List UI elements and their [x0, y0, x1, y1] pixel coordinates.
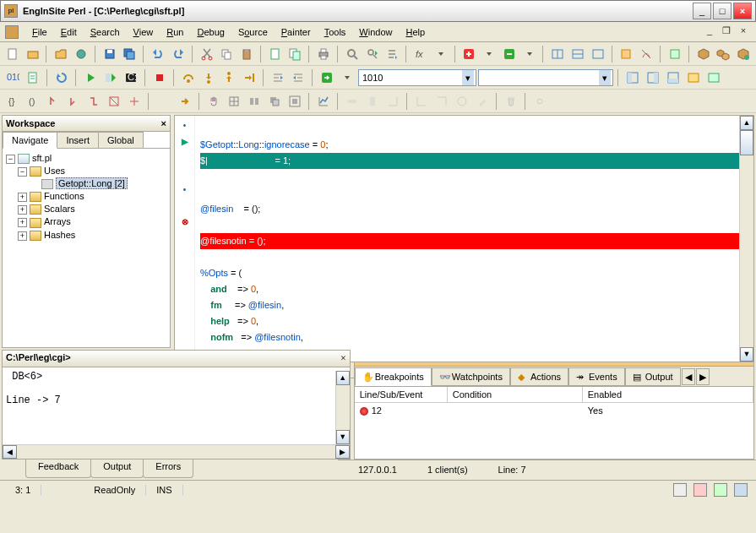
fx-icon[interactable]: fx: [411, 45, 430, 63]
add-dropdown-icon[interactable]: [480, 45, 498, 63]
right-arrow-icon[interactable]: [176, 92, 194, 111]
layout-b-icon[interactable]: [644, 68, 662, 87]
unsplit-icon[interactable]: [589, 45, 607, 63]
brush-icon[interactable]: [473, 92, 492, 111]
add-box-icon[interactable]: [460, 45, 479, 63]
console-hscroll[interactable]: ◀ ▶: [3, 444, 350, 459]
code-area[interactable]: $Getopt::Long::ignorecase = 0; $| = 1; @…: [195, 116, 739, 362]
brace-icon[interactable]: {}: [3, 92, 22, 111]
status-icon-2[interactable]: [693, 483, 707, 497]
refresh-icon[interactable]: [52, 68, 71, 87]
shape4-icon[interactable]: [412, 92, 431, 111]
remove-dropdown-icon[interactable]: [520, 45, 539, 63]
tool-c3-icon[interactable]: [666, 45, 684, 63]
indent-right-icon[interactable]: [289, 68, 307, 87]
new-folder-icon[interactable]: [24, 45, 42, 63]
align-tool-icon[interactable]: [245, 92, 264, 111]
step1-icon[interactable]: [44, 92, 63, 111]
tab-errors[interactable]: Errors: [143, 460, 193, 478]
step-into-icon[interactable]: [199, 68, 218, 87]
tree-expand-icon[interactable]: +: [18, 218, 27, 227]
status-icon-1[interactable]: [673, 483, 687, 497]
layout-c-icon[interactable]: [664, 68, 683, 87]
status-icon-3[interactable]: [714, 483, 727, 497]
goto-dropdown-icon[interactable]: [338, 68, 356, 87]
toolbar-btn-b[interactable]: [286, 45, 305, 63]
fx-dropdown-icon[interactable]: [432, 45, 450, 63]
step-over-icon[interactable]: [179, 68, 198, 87]
scroll-thumb[interactable]: [740, 130, 753, 155]
console-close-icon[interactable]: ×: [340, 352, 346, 365]
tree-expand-icon[interactable]: +: [18, 193, 27, 202]
console-vscroll[interactable]: ▲ ▼: [335, 371, 350, 444]
col-condition[interactable]: Condition: [448, 387, 583, 402]
menu-run[interactable]: Run: [160, 24, 190, 40]
scroll-left-icon[interactable]: ◀: [3, 445, 17, 459]
save-icon[interactable]: [101, 45, 119, 63]
tree-uses-item[interactable]: Getopt::Long [2]: [56, 177, 128, 189]
menu-help[interactable]: Help: [399, 24, 432, 40]
paren-icon[interactable]: (): [24, 92, 42, 111]
console-icon[interactable]: C:\: [122, 68, 140, 87]
open-remote-icon[interactable]: [72, 45, 90, 63]
open-icon[interactable]: [52, 45, 70, 63]
chart-icon[interactable]: [314, 92, 333, 111]
paste-icon[interactable]: [237, 45, 256, 63]
scroll-up-icon[interactable]: ▲: [740, 116, 753, 130]
grid-tool-icon[interactable]: [225, 92, 243, 111]
tree-collapse-icon[interactable]: −: [6, 155, 15, 164]
remove-box-icon[interactable]: [500, 45, 519, 63]
step4-icon[interactable]: [105, 92, 123, 111]
shape6-icon[interactable]: [453, 92, 471, 111]
doc-green-icon[interactable]: [24, 68, 42, 87]
minimize-button[interactable]: _: [693, 3, 711, 19]
menu-edit[interactable]: Edit: [54, 24, 84, 40]
mdi-minimize-button[interactable]: _: [702, 25, 717, 39]
step-out-icon[interactable]: [220, 68, 238, 87]
tree-expand-icon[interactable]: +: [18, 231, 27, 241]
packages-icon[interactable]: [714, 45, 732, 63]
print-icon[interactable]: [314, 45, 333, 63]
col-enabled[interactable]: Enabled: [583, 387, 753, 402]
scroll-up-icon[interactable]: ▲: [336, 371, 350, 385]
package-open-icon[interactable]: [734, 45, 753, 63]
tree-root[interactable]: sft.pl: [32, 153, 52, 163]
mdi-restore-button[interactable]: ❐: [719, 25, 734, 39]
workspace-close-icon[interactable]: ×: [161, 118, 166, 128]
tree-collapse-icon[interactable]: −: [18, 167, 27, 177]
shape1-icon[interactable]: [343, 92, 362, 111]
mdi-close-button[interactable]: ×: [736, 25, 751, 39]
layout-d-icon[interactable]: [684, 68, 703, 87]
overlap-tool-icon[interactable]: [265, 92, 284, 111]
trash-icon[interactable]: [502, 92, 520, 111]
editor-vscroll[interactable]: ▲ ▼: [739, 116, 753, 362]
cut-icon[interactable]: [198, 45, 216, 63]
center-tool-icon[interactable]: [286, 92, 304, 111]
breakpoint-marker-icon[interactable]: •: [175, 121, 194, 137]
menu-source[interactable]: Source: [231, 24, 275, 40]
redo-icon[interactable]: [169, 45, 188, 63]
breakpoint-row[interactable]: 12 Yes: [355, 403, 753, 418]
scroll-down-icon[interactable]: ▼: [336, 430, 350, 444]
replace-icon[interactable]: [383, 45, 401, 63]
binary-icon[interactable]: 0101: [3, 68, 22, 87]
tool-c2-icon[interactable]: [637, 45, 655, 63]
shape3-icon[interactable]: [383, 92, 402, 111]
goto-icon[interactable]: [318, 68, 336, 87]
new-file-icon[interactable]: [3, 45, 22, 63]
status-icon-4[interactable]: [734, 483, 748, 497]
step2-icon[interactable]: [64, 92, 83, 111]
maximize-button[interactable]: □: [713, 3, 732, 19]
error-marker-icon[interactable]: ⊗: [175, 217, 194, 233]
tab-global[interactable]: Global: [98, 132, 144, 148]
split-v-icon[interactable]: [568, 45, 587, 63]
col-line[interactable]: Line/Sub/Event: [355, 387, 448, 402]
workspace-tree[interactable]: −sft.pl −Uses Getopt::Long [2] +Function…: [3, 149, 170, 347]
code-editor[interactable]: • ▶ • ⊗ $Getopt::Long::ignorecase = 0; $…: [174, 115, 754, 362]
tree-expand-icon[interactable]: +: [18, 205, 27, 215]
copy-icon[interactable]: [217, 45, 236, 63]
combo-symbol[interactable]: 1010: [358, 69, 476, 86]
tree-hashes[interactable]: Hashes: [44, 230, 75, 240]
tree-arrays[interactable]: Arrays: [44, 216, 71, 226]
editor-gutter[interactable]: • ▶ • ⊗: [175, 116, 195, 362]
